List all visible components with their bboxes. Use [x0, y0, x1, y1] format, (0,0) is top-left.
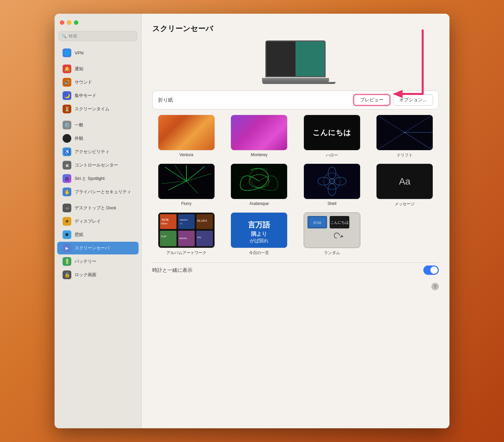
- sidebar-item-wallpaper[interactable]: ❋ 壁紙: [57, 228, 139, 241]
- svg-text:PO: PO: [197, 236, 201, 239]
- sidebar-item-screensaver[interactable]: ▶ スクリーンセーバ: [57, 242, 139, 254]
- svg-text:隅より: 隅より: [251, 231, 267, 237]
- svg-point-7: [404, 132, 405, 133]
- random-svg: 言万語 こんにちは: [304, 213, 360, 247]
- svg-text:POP: POP: [161, 235, 167, 238]
- screen-right-half: [296, 41, 325, 76]
- clock-toggle[interactable]: [423, 265, 439, 275]
- notifications-icon: 🔔: [63, 65, 71, 73]
- ss-item-arabesque[interactable]: Arabesque: [225, 163, 293, 207]
- clock-label: 時計と一緒に表示: [152, 267, 192, 273]
- ss-item-shell[interactable]: Shell: [298, 163, 366, 207]
- sidebar-item-siri[interactable]: ◎ Siri と Spotlight: [57, 172, 139, 185]
- sidebar-label-screensaver: スクリーンセーバ: [75, 245, 109, 251]
- sidebar-label-battery: バッテリー: [75, 258, 96, 264]
- current-screensaver-name: 折り紙: [158, 97, 173, 103]
- ss-thumb-word: 言万語 隅より がば回れ: [231, 212, 287, 248]
- screentime-icon: ⏳: [63, 105, 71, 113]
- flurry-svg: [158, 164, 215, 199]
- ss-label-album: アルバムアートワーク: [166, 250, 206, 256]
- search-box[interactable]: 🔍 検索: [59, 31, 137, 41]
- ss-label-random: ランダム: [324, 250, 340, 256]
- sidebar-item-display[interactable]: ☀ ディスプレイ: [57, 215, 139, 228]
- ss-item-album[interactable]: ALTe Native electro nic BLUES POP electr…: [152, 212, 221, 256]
- maximize-button[interactable]: [74, 20, 78, 25]
- sidebar-item-notifications[interactable]: 🔔 通知: [57, 63, 139, 75]
- options-button[interactable]: オプション...: [393, 94, 433, 106]
- sidebar-item-privacy[interactable]: ✋ プライバシーとセキュリティ: [57, 186, 139, 198]
- thumb-flurry-bg: [158, 164, 215, 199]
- ss-thumb-shell: [304, 163, 360, 199]
- thumb-drift-bg: [376, 115, 433, 150]
- sound-icon: 🔊: [63, 78, 71, 87]
- controls-buttons: プレビュー オプション...: [353, 94, 433, 106]
- ss-item-hello[interactable]: こんにちは ハロー: [298, 115, 366, 158]
- thumb-word-bg: 言万語 隅より がば回れ: [231, 213, 287, 248]
- titlebar: [55, 14, 141, 31]
- screensaver-icon: ▶: [63, 244, 71, 252]
- ss-thumb-message: Aa: [376, 163, 433, 199]
- ss-item-monterey[interactable]: Monterey: [225, 115, 293, 158]
- ss-item-drift[interactable]: ドリフト: [371, 115, 439, 158]
- ss-item-message[interactable]: Aa メッセージ: [371, 163, 439, 207]
- toggle-knob: [430, 266, 438, 274]
- thumb-ventura-bg: [158, 115, 215, 150]
- sidebar-item-vpn[interactable]: 🌐 VPN: [57, 46, 139, 59]
- ss-thumb-hello: こんにちは: [304, 115, 360, 150]
- lock-icon: 🔒: [63, 270, 71, 279]
- svg-text:言万語: 言万語: [313, 221, 321, 224]
- ss-label-arabesque: Arabesque: [249, 201, 269, 206]
- thumb-album-bg: ALTe Native electro nic BLUES POP electr…: [158, 213, 215, 248]
- sidebar-item-controlcenter[interactable]: ▦ コントロールセンター: [57, 159, 139, 172]
- svg-text:Native: Native: [161, 222, 168, 225]
- battery-icon: 🔋: [63, 257, 71, 266]
- laptop-base: [262, 78, 329, 82]
- wallpaper-icon: ❋: [63, 230, 71, 239]
- svg-text:言万語: 言万語: [248, 221, 270, 229]
- sidebar-label-wallpaper: 壁紙: [75, 232, 83, 238]
- ss-item-flurry[interactable]: Flurry: [152, 163, 221, 207]
- sidebar-items-list: 🌐 VPN 🔔 通知 🔊 サウンド 🌙 集中モード ⏳ スクリーン: [55, 45, 141, 428]
- sidebar-label-controlcenter: コントロールセンター: [75, 162, 118, 168]
- general-icon: ⚙️: [63, 121, 71, 129]
- ss-thumb-monterey: [231, 115, 287, 150]
- screensaver-grid-bottom: ALTe Native electro nic BLUES POP electr…: [152, 212, 439, 256]
- sidebar-item-general[interactable]: ⚙️ 一般: [57, 119, 139, 131]
- ss-thumb-flurry: [158, 163, 215, 199]
- sidebar-item-screentime[interactable]: ⏳ スクリーンタイム: [57, 103, 139, 115]
- minimize-button[interactable]: [67, 20, 71, 25]
- help-button[interactable]: ?: [431, 283, 439, 290]
- sidebar-label-general: 一般: [75, 122, 83, 128]
- sidebar-label-screentime: スクリーンタイム: [75, 106, 109, 112]
- sidebar-item-focus[interactable]: 🌙 集中モード: [57, 89, 139, 102]
- laptop-preview-area: [152, 40, 439, 84]
- shell-svg: [304, 164, 360, 199]
- sidebar-label-desktop: デスクトップと Dock: [75, 205, 116, 211]
- svg-rect-17: [231, 164, 287, 199]
- svg-text:electro: electro: [180, 218, 188, 221]
- svg-text:ALTe: ALTe: [162, 218, 169, 221]
- sidebar-item-battery[interactable]: 🔋 バッテリー: [57, 255, 139, 268]
- search-icon: 🔍: [62, 34, 67, 38]
- sidebar-item-appearance[interactable]: 外観: [57, 132, 139, 145]
- sidebar-item-accessibility[interactable]: ♿ アクセシビリティ: [57, 145, 139, 158]
- ss-item-word[interactable]: 言万語 隅より がば回れ 今日の一言: [225, 212, 293, 256]
- ss-thumb-random: 言万語 こんにちは: [304, 212, 360, 248]
- sidebar-label-display: ディスプレイ: [75, 218, 101, 224]
- preview-button[interactable]: プレビュー: [353, 94, 390, 106]
- siri-icon: ◎: [63, 174, 71, 183]
- ss-item-ventura[interactable]: Ventura: [152, 115, 221, 158]
- sidebar-item-lock[interactable]: 🔒 ロック画面: [57, 268, 139, 281]
- privacy-icon: ✋: [63, 188, 71, 196]
- sidebar-label-notifications: 通知: [75, 66, 83, 72]
- vpn-icon: 🌐: [63, 48, 71, 57]
- sidebar-item-desktop[interactable]: ▭ デスクトップと Dock: [57, 202, 139, 214]
- sidebar-label-sound: サウンド: [75, 79, 92, 85]
- close-button[interactable]: [60, 20, 64, 25]
- svg-text:BLUES: BLUES: [197, 219, 207, 222]
- ss-item-random[interactable]: 言万語 こんにちは ランダム: [298, 212, 366, 256]
- hello-text: こんにちは: [313, 128, 351, 138]
- desktop-icon: ▭: [63, 204, 71, 212]
- sidebar-item-sound[interactable]: 🔊 サウンド: [57, 76, 139, 89]
- ss-label-drift: ドリフト: [397, 152, 413, 158]
